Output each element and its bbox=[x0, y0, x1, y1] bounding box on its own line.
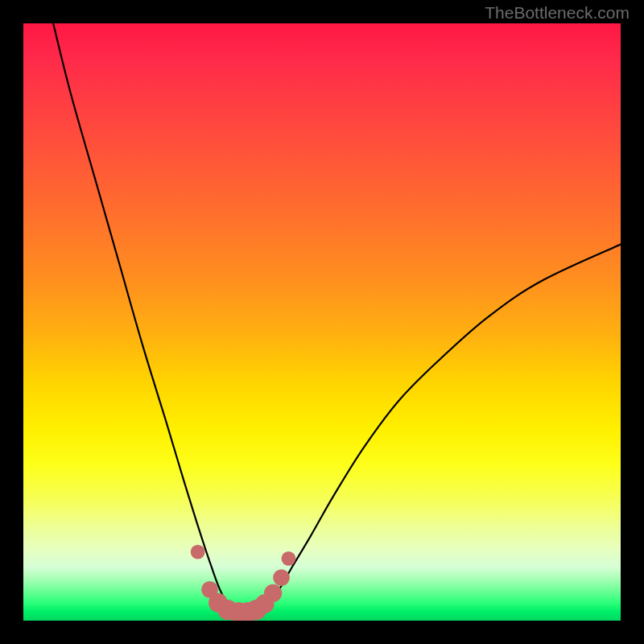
plot-area bbox=[23, 23, 621, 621]
marker-dot bbox=[282, 551, 296, 566]
marker-dot bbox=[191, 545, 205, 559]
bottleneck-curve bbox=[53, 23, 621, 613]
marker-dot bbox=[273, 569, 290, 586]
marker-group bbox=[191, 545, 296, 621]
watermark-label: TheBottleneck.com bbox=[485, 3, 630, 23]
marker-dot bbox=[264, 584, 282, 602]
chart-svg bbox=[23, 23, 621, 621]
